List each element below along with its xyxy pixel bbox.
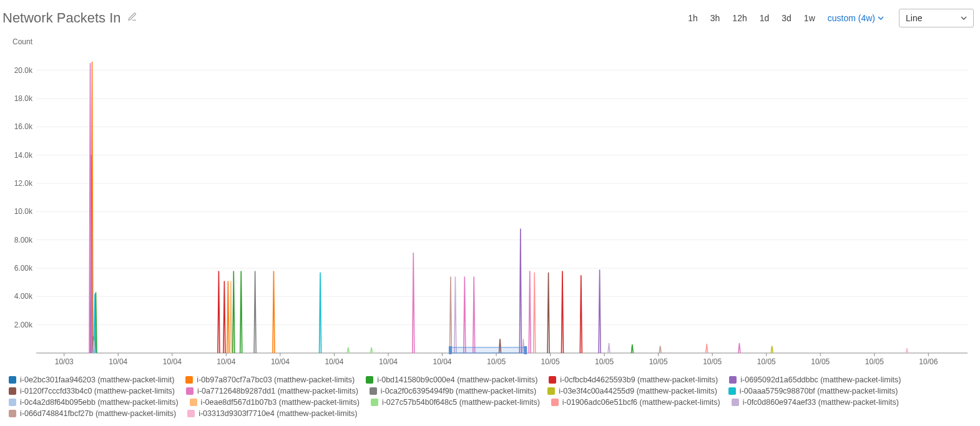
svg-text:10/05: 10/05 xyxy=(649,357,668,366)
svg-text:4.00k: 4.00k xyxy=(14,292,33,301)
legend-label: i-0b97a870cf7a7bc03 (matthew-packet-limi… xyxy=(197,375,355,384)
legend-label: i-0cfbcb4d4625593b9 (matthew-packet-limi… xyxy=(560,375,718,384)
legend-item[interactable]: i-03e3f4c00a44255d9 (matthew-packet-limi… xyxy=(547,387,717,395)
legend-label: i-0695092d1a65ddbbc (matthew-packet-limi… xyxy=(740,375,901,384)
legend-item[interactable]: i-027c57b54b0f648c5 (matthew-packet-limi… xyxy=(371,398,540,407)
legend-item[interactable]: i-0eae8df567d1b07b3 (matthew-packet-limi… xyxy=(190,398,360,407)
svg-text:10/04: 10/04 xyxy=(271,357,290,366)
legend-item[interactable]: i-066d748841fbcf27b (matthew-packet-limi… xyxy=(9,409,176,418)
svg-text:10/06: 10/06 xyxy=(919,357,938,366)
legend-label: i-0bd141580b9c000e4 (matthew-packet-limi… xyxy=(377,375,537,384)
legend-swatch xyxy=(186,387,194,395)
chevron-down-icon xyxy=(961,15,967,21)
line-chart[interactable]: 2.00k4.00k6.00k8.00k10.0k12.0k14.0k16.0k… xyxy=(6,40,974,370)
svg-text:12.0k: 12.0k xyxy=(14,179,33,188)
chevron-down-icon xyxy=(878,15,884,21)
range-12h[interactable]: 12h xyxy=(727,11,752,26)
y-axis-title: Count xyxy=(12,37,32,46)
legend-label: i-0120f7cccfd33b4c0 (matthew-packet-limi… xyxy=(20,387,175,395)
svg-text:6.00k: 6.00k xyxy=(14,264,33,273)
legend-swatch xyxy=(9,399,16,406)
legend-item[interactable]: i-0e2bc301faa946203 (matthew-packet-limi… xyxy=(9,375,174,384)
range-1w[interactable]: 1w xyxy=(799,11,820,26)
legend-item[interactable]: i-0cfbcb4d4625593b9 (matthew-packet-limi… xyxy=(549,375,718,384)
svg-text:10/04: 10/04 xyxy=(163,357,182,366)
range-3d[interactable]: 3d xyxy=(777,11,796,26)
svg-rect-55 xyxy=(451,347,525,353)
svg-rect-56 xyxy=(449,346,452,354)
legend-swatch xyxy=(185,376,193,384)
legend-swatch xyxy=(728,387,736,395)
edit-icon[interactable] xyxy=(127,12,137,24)
legend-label: i-027c57b54b0f648c5 (matthew-packet-limi… xyxy=(382,398,540,407)
chart-header: Network Packets In 1h 3h 12h 1d 3d 1w cu… xyxy=(0,0,980,34)
time-range-controls: 1h 3h 12h 1d 3d 1w custom (4w) Line xyxy=(683,9,974,27)
chart-type-value: Line xyxy=(906,13,922,23)
svg-text:10/05: 10/05 xyxy=(487,357,506,366)
legend-label: i-03e3f4c00a44255d9 (matthew-packet-limi… xyxy=(559,387,717,395)
svg-text:14.0k: 14.0k xyxy=(14,151,33,160)
svg-text:10/04: 10/04 xyxy=(379,357,398,366)
svg-text:10/04: 10/04 xyxy=(109,357,127,366)
legend: i-0e2bc301faa946203 (matthew-packet-limi… xyxy=(0,370,980,418)
svg-text:10/04: 10/04 xyxy=(433,357,451,366)
legend-swatch xyxy=(732,399,739,406)
range-1h[interactable]: 1h xyxy=(683,11,703,26)
legend-swatch xyxy=(551,399,559,406)
legend-swatch xyxy=(190,399,197,406)
chart-area: Count 2.00k4.00k6.00k8.00k10.0k12.0k14.0… xyxy=(6,40,974,370)
svg-text:18.0k: 18.0k xyxy=(14,94,33,103)
svg-text:10/05: 10/05 xyxy=(595,357,614,366)
svg-text:20.0k: 20.0k xyxy=(14,66,33,75)
legend-item[interactable]: i-0695092d1a65ddbbc (matthew-packet-limi… xyxy=(729,375,901,384)
svg-rect-57 xyxy=(524,346,527,354)
legend-item[interactable]: i-0fc0d860e974aef33 (matthew-packet-limi… xyxy=(732,398,899,407)
legend-label: i-0ca2f0c6395494f9b (matthew-packet-limi… xyxy=(381,387,536,395)
legend-item[interactable]: i-0a7712648b9287dd1 (matthew-packet-limi… xyxy=(186,387,358,395)
legend-swatch xyxy=(9,387,16,395)
legend-label: i-066d748841fbcf27b (matthew-packet-limi… xyxy=(20,409,176,418)
legend-label: i-0e2bc301faa946203 (matthew-packet-limi… xyxy=(20,375,174,384)
svg-text:10/04: 10/04 xyxy=(217,357,235,366)
svg-text:10/05: 10/05 xyxy=(811,357,830,366)
chart-type-select[interactable]: Line xyxy=(899,9,974,27)
svg-text:16.0k: 16.0k xyxy=(14,122,33,131)
range-1d[interactable]: 1d xyxy=(755,11,775,26)
range-custom-label: custom (4w) xyxy=(828,13,875,23)
title-wrap: Network Packets In xyxy=(2,10,137,26)
legend-swatch xyxy=(187,410,195,417)
legend-label: i-03313d9303f7710e4 (matthew-packet-limi… xyxy=(198,409,357,418)
legend-swatch xyxy=(9,410,16,417)
legend-item[interactable]: i-01906adc06e51bcf6 (matthew-packet-limi… xyxy=(551,398,720,407)
chart-title: Network Packets In xyxy=(2,10,121,26)
legend-item[interactable]: i-0b97a870cf7a7bc03 (matthew-packet-limi… xyxy=(185,375,355,384)
brush-selection[interactable] xyxy=(449,346,527,354)
legend-swatch xyxy=(366,376,373,384)
svg-text:10/05: 10/05 xyxy=(541,357,560,366)
legend-item[interactable]: i-0ca2f0c6395494f9b (matthew-packet-limi… xyxy=(370,387,536,395)
svg-text:10/03: 10/03 xyxy=(55,357,74,366)
legend-swatch xyxy=(9,376,16,384)
legend-item[interactable]: i-0c4a2d8f64b095ebb (matthew-packet-limi… xyxy=(9,398,179,407)
legend-item[interactable]: i-03313d9303f7710e4 (matthew-packet-limi… xyxy=(187,409,357,418)
svg-text:10/05: 10/05 xyxy=(757,357,776,366)
legend-label: i-0a7712648b9287dd1 (matthew-packet-limi… xyxy=(197,387,358,395)
svg-text:10/05: 10/05 xyxy=(703,357,722,366)
legend-swatch xyxy=(549,376,556,384)
range-3h[interactable]: 3h xyxy=(705,11,725,26)
legend-label: i-00aaa5759c98870bf (matthew-packet-limi… xyxy=(740,387,898,395)
svg-text:10/05: 10/05 xyxy=(865,357,884,366)
legend-label: i-0c4a2d8f64b095ebb (matthew-packet-limi… xyxy=(20,398,179,407)
range-custom[interactable]: custom (4w) xyxy=(823,11,889,26)
svg-text:10.0k: 10.0k xyxy=(14,207,33,216)
svg-text:10/04: 10/04 xyxy=(325,357,343,366)
legend-item[interactable]: i-00aaa5759c98870bf (matthew-packet-limi… xyxy=(728,387,898,395)
legend-label: i-01906adc06e51bcf6 (matthew-packet-limi… xyxy=(562,398,720,407)
legend-swatch xyxy=(547,387,555,395)
legend-swatch xyxy=(371,399,378,406)
legend-item[interactable]: i-0bd141580b9c000e4 (matthew-packet-limi… xyxy=(366,375,537,384)
legend-swatch xyxy=(370,387,377,395)
legend-item[interactable]: i-0120f7cccfd33b4c0 (matthew-packet-limi… xyxy=(9,387,175,395)
legend-swatch xyxy=(729,376,737,384)
legend-label: i-0fc0d860e974aef33 (matthew-packet-limi… xyxy=(743,398,899,407)
